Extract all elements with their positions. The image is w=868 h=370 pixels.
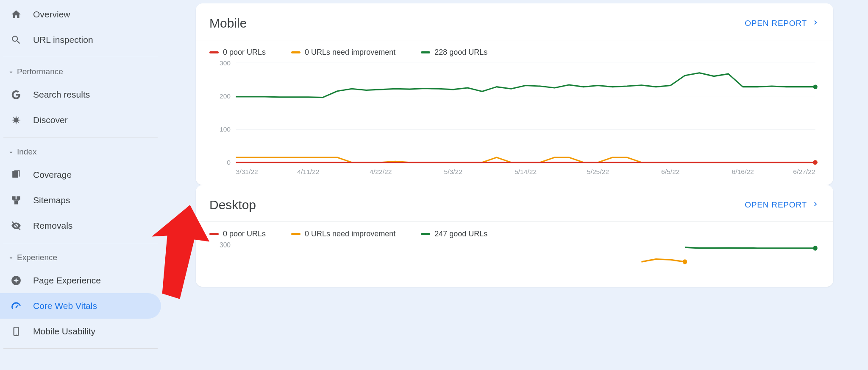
sidebar-section-performance[interactable]: Performance	[0, 62, 161, 82]
open-report-link[interactable]: OPEN REPORT	[745, 18, 820, 29]
legend-label: 0 poor URLs	[223, 230, 266, 238]
sidebar-separator	[3, 348, 158, 349]
sidebar-item-label: Mobile Usability	[33, 326, 95, 336]
svg-text:300: 300	[220, 241, 231, 249]
sidebar-item-label: Removals	[33, 221, 72, 231]
svg-text:4/22/22: 4/22/22	[370, 168, 392, 175]
sidebar-item-label: URL inspection	[33, 35, 93, 45]
legend-poor[interactable]: 0 poor URLs	[209, 48, 266, 57]
svg-text:200: 200	[220, 92, 231, 100]
sidebar-item-label: Sitemaps	[33, 195, 70, 205]
svg-point-23	[813, 160, 817, 165]
svg-point-21	[813, 84, 817, 89]
sidebar-item-sitemaps[interactable]: Sitemaps	[0, 188, 161, 213]
svg-text:6/16/22: 6/16/22	[732, 168, 754, 175]
open-report-label: OPEN REPORT	[745, 19, 807, 28]
chart-mobile: 01002003003/31/224/11/224/22/225/3/225/1…	[196, 59, 833, 177]
asterisk-icon	[10, 114, 22, 126]
sidebar-section-label: Performance	[17, 67, 63, 76]
legend-good[interactable]: 247 good URLs	[421, 230, 487, 238]
caret-down-icon	[8, 254, 14, 261]
sidebar-section-experience[interactable]: Experience	[0, 247, 161, 268]
svg-text:0: 0	[227, 159, 231, 166]
sidebar-item-label: Search results	[33, 90, 90, 100]
sidebar-item-core-web-vitals[interactable]: Core Web Vitals	[0, 293, 161, 319]
svg-text:3/31/22: 3/31/22	[236, 168, 258, 175]
svg-text:5/14/22: 5/14/22	[515, 168, 537, 175]
search-icon	[10, 34, 22, 46]
sidebar-item-removals[interactable]: Removals	[0, 213, 161, 238]
sidebar-item-url-inspection[interactable]: URL inspection	[0, 27, 161, 53]
chevron-right-icon	[811, 18, 820, 29]
sidebar-section-index[interactable]: Index	[0, 142, 161, 162]
sidebar-separator	[3, 57, 158, 57]
legend-improve[interactable]: 0 URLs need improvement	[291, 48, 395, 57]
chart-legend: 0 poor URLs 0 URLs need improvement 247 …	[196, 222, 833, 240]
sidebar-item-label: Discover	[33, 115, 68, 125]
swatch-improve	[291, 233, 300, 235]
sidebar-item-label: Page Experience	[33, 275, 101, 286]
svg-text:6/5/22: 6/5/22	[661, 168, 679, 175]
svg-text:5/3/22: 5/3/22	[444, 168, 462, 175]
swatch-good	[421, 233, 430, 235]
svg-point-3	[16, 334, 17, 334]
sidebar-item-label: Overview	[33, 9, 70, 20]
svg-text:100: 100	[220, 126, 231, 133]
google-icon	[10, 89, 22, 101]
svg-text:4/11/22: 4/11/22	[297, 168, 319, 175]
swatch-poor	[209, 51, 219, 53]
svg-point-27	[683, 259, 687, 264]
sidebar-item-overview[interactable]: Overview	[0, 2, 161, 27]
svg-text:6/27/22: 6/27/22	[793, 168, 815, 175]
sidebar-separator	[3, 243, 158, 243]
chevron-right-icon	[811, 200, 820, 210]
card-mobile: Mobile OPEN REPORT 0 poor URLs 0 URLs ne…	[196, 3, 833, 185]
caret-down-icon	[8, 149, 14, 155]
swatch-improve	[291, 51, 300, 53]
pagexp-icon	[10, 275, 22, 286]
sidebar-item-mobile-usability[interactable]: Mobile Usability	[0, 319, 161, 344]
sitemap-icon	[10, 194, 22, 206]
home-icon	[10, 8, 22, 20]
speed-icon	[10, 300, 22, 312]
coverage-icon	[10, 169, 22, 181]
sidebar-item-search-results[interactable]: Search results	[0, 82, 161, 107]
main-content: Mobile OPEN REPORT 0 poor URLs 0 URLs ne…	[161, 0, 868, 370]
sidebar-item-discover[interactable]: Discover	[0, 107, 161, 133]
sidebar-item-coverage[interactable]: Coverage	[0, 162, 161, 188]
svg-point-26	[813, 246, 817, 251]
card-desktop: Desktop OPEN REPORT 0 poor URLs 0 URLs n…	[196, 185, 833, 287]
removals-icon	[10, 220, 22, 232]
legend-improve[interactable]: 0 URLs need improvement	[291, 230, 395, 238]
mobile-icon	[10, 325, 22, 337]
sidebar-item-label: Coverage	[33, 170, 72, 180]
swatch-poor	[209, 233, 219, 235]
sidebar-section-label: Index	[17, 147, 36, 157]
legend-label: 228 good URLs	[434, 48, 487, 57]
sidebar-item-label: Core Web Vitals	[33, 301, 97, 311]
svg-text:300: 300	[220, 59, 231, 67]
card-title: Desktop	[209, 198, 256, 212]
chart-legend: 0 poor URLs 0 URLs need improvement 228 …	[196, 40, 833, 59]
caret-down-icon	[8, 68, 14, 75]
sidebar-item-page-experience[interactable]: Page Experience	[0, 268, 161, 293]
legend-label: 0 URLs need improvement	[305, 230, 395, 238]
legend-poor[interactable]: 0 poor URLs	[209, 230, 266, 238]
svg-text:5/25/22: 5/25/22	[587, 168, 609, 175]
swatch-good	[421, 51, 430, 53]
legend-good[interactable]: 228 good URLs	[421, 48, 487, 57]
open-report-label: OPEN REPORT	[745, 200, 807, 210]
sidebar-separator	[3, 137, 158, 137]
legend-label: 0 URLs need improvement	[305, 48, 395, 57]
open-report-link[interactable]: OPEN REPORT	[745, 200, 820, 210]
chart-desktop: 300	[196, 240, 833, 279]
sidebar: Overview URL inspection Performance Sear…	[0, 0, 161, 370]
sidebar-section-label: Experience	[17, 253, 57, 262]
legend-label: 247 good URLs	[434, 230, 487, 238]
legend-label: 0 poor URLs	[223, 48, 266, 57]
card-title: Mobile	[209, 16, 247, 31]
